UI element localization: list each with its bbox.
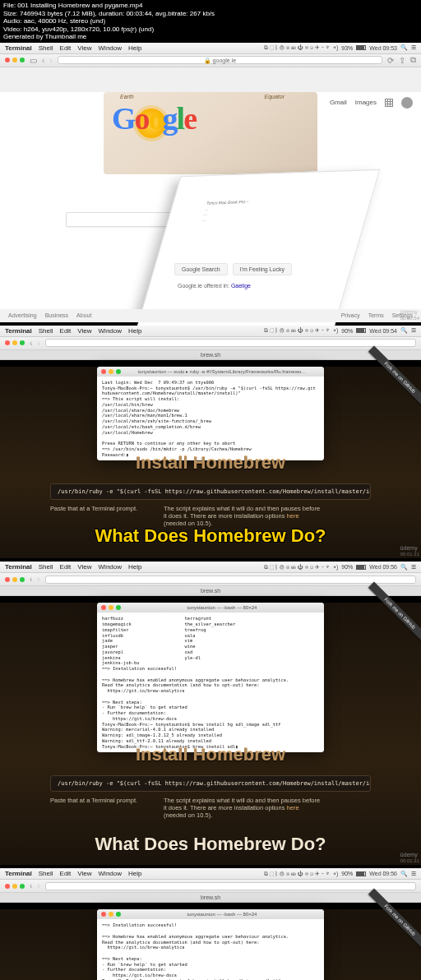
menubar[interactable]: Terminal Shell Edit View Window Help ⧉ ⬚… xyxy=(0,43,421,54)
doodle-label-equator: Equator xyxy=(264,94,285,99)
clock: Wed 09:53 xyxy=(369,45,397,51)
menubar[interactable]: Terminal Shell Edit View Window Help ⧉ ⬚… xyxy=(0,326,421,337)
apps-icon[interactable] xyxy=(385,99,393,107)
menu-help[interactable]: Help xyxy=(128,44,141,52)
terminal-title: tonystaunton — -bash — 80×24 xyxy=(124,605,320,610)
what-does-homebrew-do-heading: What Does Homebrew Do? xyxy=(0,525,421,547)
google-logo: Google xyxy=(112,100,196,136)
minimize-icon[interactable] xyxy=(12,340,17,345)
watermark: ûdemy00:01:31 xyxy=(400,852,419,863)
tab-brewsh[interactable]: brew.sh xyxy=(0,350,421,360)
close-icon[interactable] xyxy=(5,340,10,345)
terminal-output[interactable]: Last login: Wed Dec 7 09:49:37 on ttys00… xyxy=(97,377,324,461)
terminal-output[interactable]: harfbuzz terragrunt imagemagick the_silv… xyxy=(97,612,324,752)
menubar[interactable]: Terminal Shell Edit View Window Help ⧉ ⬚… xyxy=(0,562,421,573)
menubar-status-icons[interactable]: ⧉ ⬚ ᛒ ⚙ ◎ ⌨ ⏻ ⏣ ⊙ ✈ ⌁ ᯤ ⊲) xyxy=(264,44,339,51)
terminal-window[interactable]: tonystaunton — -bash — 80×24 harfbuzz te… xyxy=(97,603,324,752)
battery-percent: 93% xyxy=(341,45,353,51)
close-icon[interactable] xyxy=(5,58,10,62)
menu-shell[interactable]: Shell xyxy=(39,327,53,335)
notifications-icon[interactable]: ☰ xyxy=(411,564,416,571)
tab-brewsh[interactable]: brew.sh xyxy=(0,893,421,903)
frame-2: Terminal Shell Edit View Window Help ⧉ ⬚… xyxy=(0,326,421,559)
menu-view[interactable]: View xyxy=(77,327,91,335)
footer-advertising[interactable]: Advertising xyxy=(8,312,37,318)
lock-icon: 🔒 xyxy=(204,58,211,63)
menu-view[interactable]: View xyxy=(77,44,91,52)
search-icon[interactable]: 🔍 xyxy=(400,564,408,571)
battery-icon xyxy=(356,565,366,570)
zoom-icon[interactable] xyxy=(20,58,25,62)
app-name[interactable]: Terminal xyxy=(5,870,32,877)
address-bar[interactable] xyxy=(45,882,416,890)
google-page: Gmail Images Earth Equator Google Tonys-… xyxy=(0,92,421,322)
address-bar[interactable] xyxy=(45,339,416,347)
file-metadata: File: 001 Installing Homebrew and pygame… xyxy=(0,0,421,43)
search-icon[interactable]: 🔍 xyxy=(400,44,408,51)
avatar[interactable] xyxy=(401,97,413,109)
google-search-button[interactable]: Google Search xyxy=(174,263,228,275)
notifications-icon[interactable]: ☰ xyxy=(411,44,416,51)
notifications-icon[interactable]: ☰ xyxy=(411,871,416,877)
footer-business[interactable]: Business xyxy=(45,312,68,318)
tabs-icon[interactable]: ⧉ xyxy=(410,55,416,65)
paste-prompt-text: Paste that at a Terminal prompt. xyxy=(50,505,149,527)
tab-brewsh[interactable]: brew.sh xyxy=(0,586,421,596)
footer-terms[interactable]: Terms xyxy=(368,312,384,318)
meta-video: Video: h264, yuv420p, 1280x720, 10.00 fp… xyxy=(3,25,418,34)
feeling-lucky-button[interactable]: I'm Feeling Lucky xyxy=(233,263,292,275)
address-text: google.ie xyxy=(213,58,236,63)
menu-shell[interactable]: Shell xyxy=(39,44,53,52)
footer-about[interactable]: About xyxy=(76,312,91,318)
meta-audio: Audio: aac, 48000 Hz, stereo (und) xyxy=(3,17,418,25)
install-homebrew-heading: Install Homebrew xyxy=(0,744,421,765)
terminal-title: tonystaunton — -bash — 80×24 xyxy=(124,912,320,917)
frame-1: Terminal Shell Edit View Window Help ⧉ ⬚… xyxy=(0,43,421,322)
menu-help[interactable]: Help xyxy=(128,327,141,335)
app-name[interactable]: Terminal xyxy=(5,44,32,52)
install-options-link[interactable]: here xyxy=(287,512,299,520)
reload-icon[interactable]: ⟳ xyxy=(387,56,394,65)
battery-icon xyxy=(356,328,366,333)
share-icon[interactable]: ⇪ xyxy=(399,56,405,65)
menu-edit[interactable]: Edit xyxy=(60,44,72,52)
install-command[interactable]: /usr/bin/ruby -e "$(curl -fsSL https://r… xyxy=(50,483,371,500)
meta-generator: Generated by Thumbnail me xyxy=(3,33,418,41)
install-command[interactable]: /usr/bin/ruby -e "$(curl -fsSL https://r… xyxy=(50,775,371,792)
footer-privacy[interactable]: Privacy xyxy=(341,312,360,318)
lang-link-gaeilge[interactable]: Gaeilge xyxy=(231,283,251,289)
notifications-icon[interactable]: ☰ xyxy=(411,327,416,334)
address-bar[interactable]: 🔒 google.ie xyxy=(58,56,382,64)
gmail-link[interactable]: Gmail xyxy=(330,99,347,106)
app-name[interactable]: Terminal xyxy=(5,563,32,571)
google-footer: Advertising Business About Privacy Terms… xyxy=(0,309,421,322)
menu-window[interactable]: Window xyxy=(99,44,122,52)
terminal-output[interactable]: ==> Installation successful! ==> Homebre… xyxy=(97,919,324,980)
zoom-icon[interactable] xyxy=(20,340,25,345)
window-controls[interactable] xyxy=(5,58,25,62)
menubar-status-icons[interactable]: ⧉ ⬚ ᛒ ⚙ ◎ ⌨ ⏻ ⏣ ⊙ ✈ ⌁ ᯤ ⊲) xyxy=(264,327,339,334)
install-homebrew-heading: Install Homebrew xyxy=(0,452,421,474)
battery-icon xyxy=(356,45,366,50)
minimize-icon[interactable] xyxy=(12,58,17,62)
watermark: ûdemy00:01:31 xyxy=(400,545,419,557)
back-icon[interactable]: ‹ xyxy=(42,56,44,65)
install-options-link[interactable]: here xyxy=(287,804,299,811)
sidebar-icon[interactable]: ▭ xyxy=(30,56,37,65)
app-name[interactable]: Terminal xyxy=(5,327,32,335)
lang-offered-text: Google.ie offered in: xyxy=(178,283,229,289)
address-bar[interactable] xyxy=(45,576,416,584)
images-link[interactable]: Images xyxy=(355,99,377,106)
terminal-title: tonystaunton — sudo ▸ ruby -e #!/System/… xyxy=(124,368,320,374)
doodle-label-earth: Earth xyxy=(120,94,134,99)
menu-window[interactable]: Window xyxy=(99,327,122,335)
terminal-window[interactable]: tonystaunton — -bash — 80×24 ==> Install… xyxy=(97,909,324,980)
menu-edit[interactable]: Edit xyxy=(60,327,72,335)
menubar[interactable]: Terminal Shell Edit View Window Help ⧉ ⬚… xyxy=(0,868,421,880)
terminal-window[interactable]: tonystaunton — sudo ▸ ruby -e #!/System/… xyxy=(97,367,324,461)
google-doodle[interactable]: Earth Equator Google xyxy=(104,92,317,174)
search-icon[interactable]: 🔍 xyxy=(400,871,408,877)
forward-icon[interactable]: › xyxy=(49,56,52,65)
frame-3: Terminal Shell Edit View Window Help ⧉ ⬚… xyxy=(0,562,421,865)
search-icon[interactable]: 🔍 xyxy=(400,327,408,334)
